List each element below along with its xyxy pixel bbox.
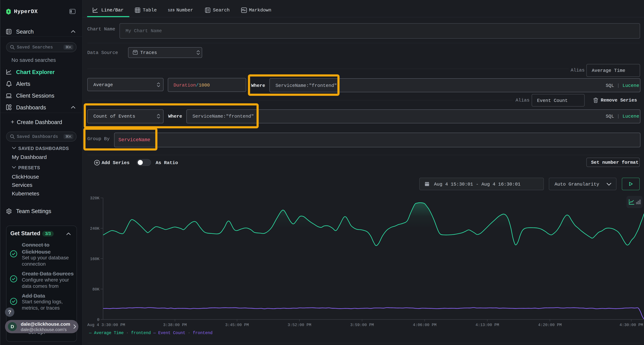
svg-text:3:52:00 PM: 3:52:00 PM bbox=[288, 323, 311, 327]
svg-text:240K: 240K bbox=[90, 227, 100, 231]
svg-text:320K: 320K bbox=[90, 196, 100, 201]
svg-text:3:45:00 PM: 3:45:00 PM bbox=[225, 323, 249, 327]
svg-text:4:06:00 PM: 4:06:00 PM bbox=[413, 323, 436, 327]
svg-text:80K: 80K bbox=[92, 287, 100, 292]
svg-text:160K: 160K bbox=[90, 257, 100, 261]
svg-text:0: 0 bbox=[97, 318, 100, 322]
svg-text:3:59:00 PM: 3:59:00 PM bbox=[350, 323, 374, 327]
svg-text:4:30:00 PM: 4:30:00 PM bbox=[620, 323, 643, 327]
svg-text:4:20:00 PM: 4:20:00 PM bbox=[538, 323, 562, 327]
svg-text:Aug 4 3:30:00 PM: Aug 4 3:30:00 PM bbox=[87, 323, 125, 327]
svg-text:3:38:00 PM: 3:38:00 PM bbox=[163, 323, 187, 327]
svg-text:4:13:00 PM: 4:13:00 PM bbox=[476, 323, 499, 327]
